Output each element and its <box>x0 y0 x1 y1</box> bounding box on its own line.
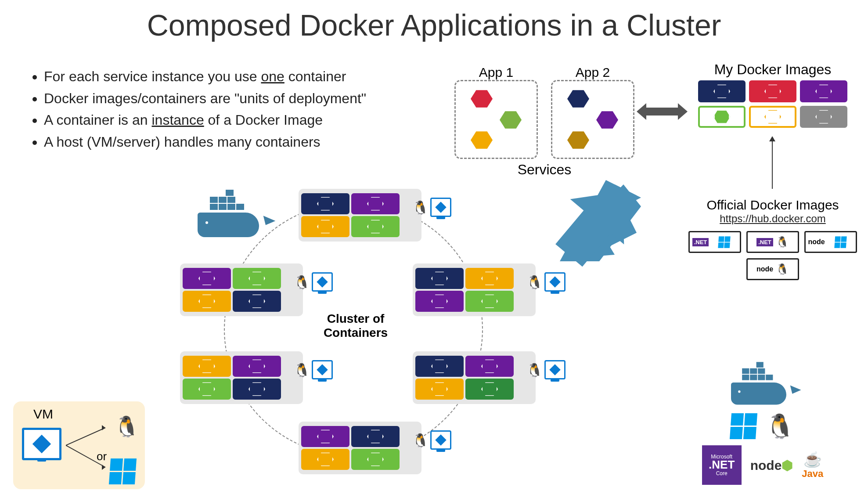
svg-marker-6 <box>102 425 105 430</box>
label: Java <box>802 468 823 479</box>
container-icon <box>465 268 514 289</box>
hex-icon <box>567 130 589 150</box>
container-icon <box>351 193 400 214</box>
container-icon <box>351 426 400 447</box>
linux-icon: 🐧 <box>114 415 139 438</box>
cluster-node: 🐧 <box>413 351 536 404</box>
container-icon <box>698 80 746 102</box>
container-icon <box>800 80 847 102</box>
container-icon <box>749 80 796 102</box>
cluster-node: 🐧 <box>299 422 421 474</box>
bullet-text: A host (VM/server) handles many containe… <box>44 134 321 150</box>
image-grid <box>685 80 861 128</box>
container-icon <box>183 356 231 377</box>
label: .NET <box>692 238 709 246</box>
bullet-list: For each service instance you use one co… <box>31 66 366 153</box>
container-icon <box>749 106 796 128</box>
official-image-node-linux: node 🐧 <box>746 258 799 280</box>
container-icon <box>415 379 464 400</box>
label: .NET <box>756 238 773 246</box>
hex-icon <box>500 110 522 130</box>
label: Core <box>716 470 728 476</box>
container-icon <box>301 426 349 447</box>
container-icon <box>465 379 514 400</box>
windows-icon <box>110 458 136 484</box>
cluster-node: 🐧 <box>413 263 536 316</box>
official-image-net-win: .NET <box>688 231 741 253</box>
vm-monitor-icon <box>312 360 333 379</box>
cluster-node: 🐧 <box>299 189 421 242</box>
hex-icon <box>471 89 493 108</box>
container-icon <box>351 449 400 470</box>
windows-icon <box>834 236 846 248</box>
vm-panel: VM 🐧 or <box>13 401 145 489</box>
label: node <box>750 458 782 473</box>
official-title: Official Docker Images <box>685 198 861 213</box>
container-icon <box>233 291 281 312</box>
bullet-text: Docker images/containers are "units of d… <box>44 90 366 106</box>
container-icon <box>465 291 514 312</box>
node-os-icons: 🐧 <box>412 430 451 450</box>
svg-line-5 <box>66 428 105 445</box>
hex-icon <box>596 110 618 130</box>
official-image-net-linux: .NET 🐧 <box>746 231 799 253</box>
hex-icon <box>471 130 493 150</box>
svg-marker-8 <box>102 465 105 470</box>
container-icon <box>465 356 514 377</box>
java-icon: ☕ Java <box>802 451 823 480</box>
docker-whale-icon <box>731 361 794 405</box>
container-icon <box>233 268 281 289</box>
app2-box <box>551 80 634 159</box>
app1-label: App 1 <box>454 65 538 80</box>
arrow-up-icon <box>772 141 773 189</box>
my-docker-images: My Docker Images <box>685 61 861 128</box>
vm-monitor-icon <box>22 428 61 460</box>
container-icon <box>233 356 281 377</box>
vm-monitor-icon <box>544 272 565 292</box>
tech-logos: 🐧 Microsoft .NET Core node⬢ ☕ Java <box>675 359 850 490</box>
container-icon <box>183 379 231 400</box>
linux-icon: 🐧 <box>765 412 795 440</box>
linux-icon: 🐧 <box>776 263 789 275</box>
linux-icon: 🐧 <box>526 274 543 290</box>
container-icon <box>233 379 281 400</box>
linux-icon: 🐧 <box>526 362 543 378</box>
node-icon: node⬢ <box>750 458 793 473</box>
hex-icon <box>567 89 589 108</box>
bullet-item: A container is an instance of a Docker I… <box>44 109 366 131</box>
bullet-text: of a Docker Image <box>204 112 323 128</box>
label: node <box>808 238 825 246</box>
app2: App 2 <box>551 65 634 159</box>
linux-icon: 🐧 <box>294 274 310 290</box>
my-docker-title: My Docker Images <box>685 61 861 78</box>
vm-or: or <box>97 450 107 463</box>
bullet-item: Docker images/containers are "units of d… <box>44 88 366 110</box>
container-icon <box>698 106 746 128</box>
bullet-text: A container is an <box>44 112 151 128</box>
container-icon <box>351 216 400 237</box>
container-icon <box>183 268 231 289</box>
node-os-icons: 🐧 <box>526 360 565 379</box>
node-os-icons: 🐧 <box>526 272 565 292</box>
official-images: Official Docker Images https://hub.docke… <box>685 198 861 280</box>
linux-icon: 🐧 <box>776 236 789 248</box>
label: Cluster of <box>327 312 385 325</box>
page-title: Composed Docker Applications in a Cluste… <box>0 8 868 42</box>
bullet-underline: instance <box>151 112 204 128</box>
container-icon <box>800 106 847 128</box>
windows-icon <box>730 413 757 439</box>
container-icon <box>301 216 349 237</box>
bullet-item: For each service instance you use one co… <box>44 66 366 88</box>
label: .NET <box>709 460 735 470</box>
docker-hub-link[interactable]: https://hub.docker.com <box>685 213 861 225</box>
bullet-text: For each service instance you use <box>44 69 261 84</box>
node-os-icons: 🐧 <box>294 360 333 379</box>
cluster-node: 🐧 <box>180 263 303 316</box>
bullet-text: container <box>285 69 346 84</box>
cluster-label: Cluster of Containers <box>321 312 391 340</box>
container-icon <box>301 193 349 214</box>
cluster-node: 🐧 <box>180 351 303 404</box>
container-icon <box>415 356 464 377</box>
container-icon <box>415 291 464 312</box>
node-os-icons: 🐧 <box>294 272 333 292</box>
